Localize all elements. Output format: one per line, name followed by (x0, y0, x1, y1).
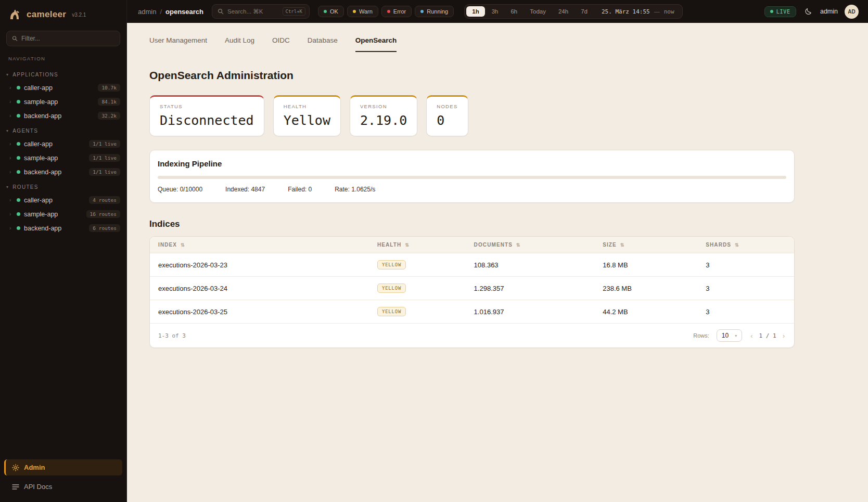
sidebar-item-route-caller-app[interactable]: › caller-app 4 routes (0, 193, 126, 207)
date-text: 25. März 14:55 (602, 8, 650, 15)
item-label: backend-app (24, 112, 94, 120)
sidebar-spacer (0, 235, 126, 457)
pipeline-title: Indexing Pipeline (158, 159, 786, 168)
sidebar: cameleer v3.2.1 NAVIGATION ▾ APPLICATION… (0, 0, 127, 502)
docs-icon (12, 484, 19, 490)
sidebar-item-agent-caller-app[interactable]: › caller-app 1/1 live (0, 137, 126, 151)
gear-icon (12, 464, 19, 471)
sidebar-item-admin[interactable]: Admin (4, 459, 122, 475)
sidebar-item-api-docs[interactable]: API Docs (4, 479, 122, 495)
stat-value: Yellow (284, 113, 330, 128)
breadcrumb-separator: / (160, 8, 162, 16)
section-routes[interactable]: ▾ ROUTES (0, 179, 126, 193)
live-indicator[interactable]: LIVE (764, 6, 796, 17)
sidebar-item-backend-app[interactable]: › backend-app 32.2k (0, 109, 126, 123)
time-range-1h[interactable]: 1h (466, 6, 484, 17)
tab-database[interactable]: Database (308, 36, 338, 52)
sidebar-item-agent-backend-app[interactable]: › backend-app 1/1 live (0, 165, 126, 179)
dark-mode-toggle[interactable] (803, 6, 813, 17)
search-icon (218, 8, 224, 15)
sidebar-item-route-sample-app[interactable]: › sample-app 16 routes (0, 207, 126, 221)
column-header-index[interactable]: INDEX ⇅ (150, 237, 369, 253)
sort-icon: ⇅ (620, 242, 625, 248)
breadcrumb-current: opensearch (165, 8, 203, 16)
time-range-today[interactable]: Today (524, 6, 552, 17)
avatar[interactable]: AD (845, 5, 859, 19)
item-badge: 84.1k (98, 98, 120, 106)
time-range-6h[interactable]: 6h (505, 6, 523, 17)
pipeline-progress-bar (158, 176, 786, 179)
column-header-health[interactable]: HEALTH ⇅ (369, 237, 466, 253)
stat-cards: STATUS Disconnected HEALTH Yellow VERSIO… (149, 95, 868, 136)
sidebar-item-sample-app[interactable]: › sample-app 84.1k (0, 95, 126, 109)
filter-chip-ok[interactable]: OK (318, 6, 344, 17)
chevron-down-icon: ▾ (6, 185, 9, 189)
section-applications[interactable]: ▾ APPLICATIONS (0, 67, 126, 81)
app-version: v3.2.1 (72, 12, 86, 18)
tab-user-management[interactable]: User Management (149, 36, 207, 52)
error-dot (387, 10, 390, 13)
top-bar: admin / opensearch Ctrl+K OK Warn E (127, 0, 868, 23)
sidebar-item-caller-app[interactable]: › caller-app 10.7k (0, 81, 126, 95)
time-range-3h[interactable]: 3h (486, 6, 504, 17)
filter-chip-running[interactable]: Running (415, 6, 454, 17)
breadcrumb: admin / opensearch (138, 8, 203, 16)
column-header-documents[interactable]: DOCUMENTS ⇅ (466, 237, 595, 253)
table-row[interactable]: executions-2026-03-25 YELLOW 1.016.937 4… (150, 300, 794, 324)
page-title: OpenSearch Administration (149, 69, 868, 82)
table-row[interactable]: executions-2026-03-24 YELLOW 1.298.357 2… (150, 277, 794, 300)
time-range-7d[interactable]: 7d (575, 6, 593, 17)
logo[interactable]: cameleer v3.2.1 (0, 0, 126, 27)
live-dot (770, 10, 773, 13)
section-label: AGENTS (12, 128, 38, 134)
filter-input[interactable] (21, 35, 114, 42)
tab-audit-log[interactable]: Audit Log (225, 36, 254, 52)
chip-label: Running (427, 8, 448, 15)
filter-chip-error[interactable]: Error (381, 6, 412, 17)
tab-opensearch[interactable]: OpenSearch (355, 36, 397, 52)
item-label: backend-app (24, 225, 85, 232)
item-badge: 16 routes (86, 210, 120, 218)
section-label: APPLICATIONS (12, 72, 58, 78)
item-badge: 10.7k (98, 84, 120, 92)
tab-oidc[interactable]: OIDC (272, 36, 290, 52)
search-input[interactable] (227, 8, 278, 15)
time-range-display[interactable]: 25. März 14:55 — now (594, 8, 681, 15)
cell-health: YELLOW (369, 253, 466, 277)
stat-label: NODES (437, 104, 457, 109)
stat-value: 0 (437, 113, 457, 128)
breadcrumb-admin[interactable]: admin (138, 8, 156, 16)
status-filters: OK Warn Error Running (318, 6, 454, 17)
sidebar-item-route-backend-app[interactable]: › backend-app 6 routes (0, 221, 126, 235)
sort-icon: ⇅ (516, 242, 521, 248)
rows-per-page-select[interactable]: 10 ▾ (717, 329, 742, 342)
cell-size: 238.6 MB (594, 277, 697, 300)
filter-chip-warn[interactable]: Warn (347, 6, 378, 17)
cell-shards: 3 (697, 253, 794, 277)
prev-page-button[interactable]: ‹ (749, 332, 754, 340)
status-dot (17, 114, 20, 118)
item-label: sample-app (24, 98, 94, 106)
column-header-size[interactable]: SIZE ⇅ (594, 237, 697, 253)
section-agents[interactable]: ▾ AGENTS (0, 123, 126, 137)
pipeline-rate: Rate: 1.0625/s (335, 186, 375, 193)
item-label: caller-app (24, 140, 85, 148)
sidebar-item-agent-sample-app[interactable]: › sample-app 1/1 live (0, 151, 126, 165)
item-badge: 4 routes (89, 196, 120, 204)
cell-index: executions-2026-03-24 (150, 277, 369, 300)
cell-health: YELLOW (369, 300, 466, 324)
ok-dot (324, 10, 327, 13)
status-dot (17, 212, 20, 216)
status-dot (17, 198, 20, 202)
next-page-button[interactable]: › (782, 332, 786, 340)
table-row[interactable]: executions-2026-03-23 YELLOW 108.363 16.… (150, 253, 794, 277)
sidebar-filter[interactable] (6, 31, 120, 46)
chevron-down-icon: ▾ (6, 72, 9, 77)
admin-tabs: User Management Audit Log OIDC Database … (149, 23, 868, 52)
api-docs-label: API Docs (24, 483, 52, 491)
global-search[interactable]: Ctrl+K (212, 4, 310, 19)
column-header-shards[interactable]: SHARDS ⇅ (697, 237, 794, 253)
row-range: 1-3 of 3 (158, 332, 186, 339)
cell-size: 16.8 MB (594, 253, 697, 277)
time-range-24h[interactable]: 24h (553, 6, 574, 17)
